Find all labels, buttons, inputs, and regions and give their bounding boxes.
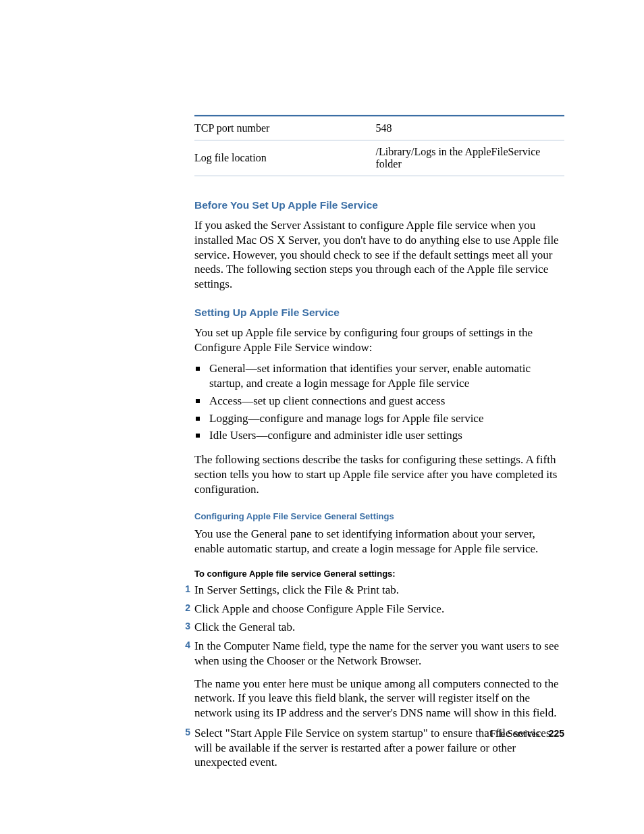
step-text: Click Apple and choose Configure Apple F… — [194, 602, 444, 615]
settings-table: TCP port number 548 Log file location /L… — [194, 115, 564, 176]
table-row: TCP port number 548 — [194, 117, 564, 140]
table-cell-value: /Library/Logs in the AppleFileService fo… — [376, 140, 564, 176]
paragraph-configuring-general: You use the General pane to set identify… — [194, 527, 564, 556]
table-cell-label: TCP port number — [194, 117, 376, 140]
paragraph-before-setup: If you asked the Server Assistant to con… — [194, 218, 564, 292]
paragraph-setting-up-intro: You set up Apple file service by configu… — [194, 325, 564, 355]
heading-before-setup: Before You Set Up Apple File Service — [194, 199, 564, 211]
step-item: 2 Click Apple and choose Configure Apple… — [178, 602, 564, 617]
footer-section-name: File Services — [490, 729, 539, 739]
step-number: 2 — [178, 602, 190, 615]
table-cell-label: Log file location — [194, 140, 376, 176]
paragraph-setting-up-outro: The following sections describe the task… — [194, 452, 564, 496]
step-number: 1 — [178, 583, 190, 596]
step-subtext: The name you enter here must be unique a… — [194, 677, 564, 721]
ordered-steps-list: 1 In Server Settings, click the File & P… — [178, 583, 564, 770]
heading-steps: To configure Apple file service General … — [194, 569, 564, 579]
list-item: Access—set up client connections and gue… — [194, 394, 564, 409]
footer-page-number: 225 — [549, 728, 564, 739]
bullet-list-settings-groups: General—set information that identifies … — [194, 361, 564, 443]
page-footer: File Services 225 — [490, 728, 564, 739]
step-item: 4 In the Computer Name field, type the n… — [178, 639, 564, 721]
step-text: In the Computer Name field, type the nam… — [194, 640, 559, 667]
list-item: Idle Users—configure and administer idle… — [194, 428, 564, 443]
step-text: In Server Settings, click the File & Pri… — [194, 583, 399, 596]
table-cell-value: 548 — [376, 117, 564, 140]
step-item: 1 In Server Settings, click the File & P… — [178, 583, 564, 598]
table-row: Log file location /Library/Logs in the A… — [194, 140, 564, 176]
page-content: TCP port number 548 Log file location /L… — [0, 0, 644, 770]
step-item: 3 Click the General tab. — [178, 620, 564, 635]
heading-configuring-general: Configuring Apple File Service General S… — [194, 511, 564, 521]
step-number: 5 — [178, 727, 190, 739]
heading-setting-up: Setting Up Apple File Service — [194, 307, 564, 319]
step-text: Click the General tab. — [194, 621, 295, 633]
step-number: 4 — [178, 640, 190, 652]
list-item: Logging—configure and manage logs for Ap… — [194, 411, 564, 426]
step-number: 3 — [178, 621, 190, 633]
list-item: General—set information that identifies … — [194, 361, 564, 391]
